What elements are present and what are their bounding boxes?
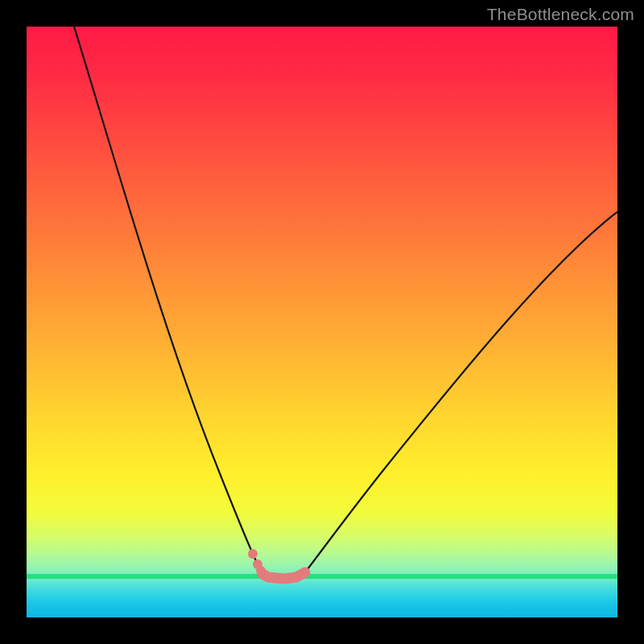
- pink-dot-icon: [248, 549, 258, 559]
- chart-plot-area: [27, 27, 617, 617]
- pink-valley-band: [262, 572, 305, 579]
- pink-dot-icon: [256, 566, 266, 576]
- chart-curve-layer: [27, 27, 617, 617]
- watermark-text: TheBottleneck.com: [487, 5, 634, 24]
- bottleneck-curve: [74, 27, 617, 579]
- green-optimal-band: [27, 574, 617, 579]
- chart-frame: TheBottleneck.com: [0, 0, 644, 644]
